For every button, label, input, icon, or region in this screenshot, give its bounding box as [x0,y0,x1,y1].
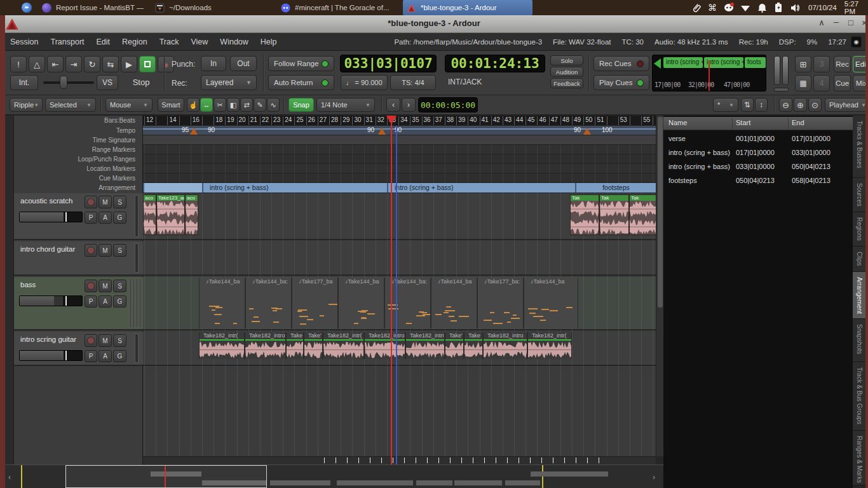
playlist-button[interactable]: P [85,350,97,362]
draw-tool-button[interactable]: ✎ [254,98,266,112]
audio-region[interactable]: Take182_intri [405,332,445,359]
battery-icon[interactable] [770,0,787,15]
taskbar-window-3[interactable]: #minceraft | The Goracle of... [277,0,399,15]
shuttle-thumb[interactable] [60,76,67,89]
page-cue-button[interactable]: Cue [834,75,851,92]
audio-region[interactable]: Take' [445,332,464,359]
taskbar-window-4[interactable]: *blue-tongue-3 - Ardour [403,0,532,15]
stop-button[interactable] [139,56,156,72]
tab-track-bus-groups[interactable]: Track & Bus Groups [853,362,865,431]
arrangement-section[interactable]: intro (scring + bass) [202,183,387,193]
paperclip-icon[interactable] [688,0,704,15]
solo-button[interactable]: S [113,244,126,257]
rec-cues-button[interactable]: Rec Cues [593,56,649,71]
group-button[interactable]: G [113,295,126,308]
punch-in-button[interactable]: In [201,56,226,71]
page-rec-button[interactable]: Rec [834,56,851,72]
range-tool-button[interactable]: ↔ [200,98,213,112]
record-enable-button[interactable] [85,280,97,292]
nudge-clock[interactable]: 00:00:05:00 [418,97,478,112]
playhead-marker-icon[interactable] [386,116,397,125]
marker-filter-dropdown[interactable]: *▼ [713,98,738,112]
play-cues-button[interactable]: Play Cues [593,75,649,90]
tempo-button[interactable]: ♩ = 90.000 [341,75,388,90]
summary-scroll-left-icon[interactable]: ‹ [5,465,14,488]
monitor-int-button[interactable]: Int. [10,75,38,90]
discord-icon[interactable] [721,0,737,15]
midi-region[interactable]: ♪Take177_ba [292,278,338,329]
automation-button[interactable]: A [98,350,112,362]
midi-scroomer[interactable] [136,278,138,328]
audio-region[interactable]: Take' [304,332,323,359]
goto-end-button[interactable]: ⇥ [65,56,82,72]
tab-ranges-marks[interactable]: Ranges & Marks [853,431,865,485]
menu-help[interactable]: Help [261,37,277,46]
punch-out-button[interactable]: Out [230,56,257,71]
tab-clips[interactable]: Clips [853,247,865,272]
audio-region[interactable]: Take182_intr( [323,332,364,359]
zoom-out-button[interactable]: ⊖ [779,98,792,112]
metronome-button[interactable]: △ [29,56,45,72]
transition-roll-button[interactable]: ⇆ [102,56,119,72]
zoom-session-button[interactable]: ⊙ [808,98,822,112]
grab-tool-button[interactable]: ☝ [187,98,200,112]
tempo-marker-icon[interactable] [583,128,591,135]
play-button[interactable]: ▶ [121,56,137,72]
fade-tool-button[interactable]: ◧ [227,98,240,112]
bell-icon[interactable] [754,0,770,15]
track-name[interactable]: intro chord guitar [20,245,75,253]
playlist-button[interactable]: P [85,212,97,224]
tab-sources[interactable]: Sources [853,178,865,212]
column-header-end[interactable]: End [792,119,804,126]
midi-region[interactable]: ♪Take144_ba [524,278,578,329]
solo-button[interactable]: S [113,196,126,208]
rec-mode-dropdown[interactable]: Layered▼ [201,75,257,90]
menu-edit[interactable]: Edit [97,37,111,46]
audio-region[interactable]: aco [143,194,156,235]
loop-button[interactable]: ↻ [84,56,100,72]
solo-button[interactable]: S [113,334,126,347]
midi-panic-button[interactable]: ! [10,56,27,72]
mini-timeline[interactable]: intro (scring +intro (scring + bfoots17|… [652,55,766,92]
taskbar-window-1[interactable]: Report Issue - MantisBT — F... [38,0,147,15]
record-enable-button[interactable] [85,334,97,347]
app-launcher-icon[interactable] [22,3,32,13]
grid-dropdown[interactable]: 1/4 Note▼ [316,98,375,112]
edit-point-dropdown[interactable]: Selected▼ [45,98,96,112]
midi-region[interactable]: ♪Take177_ba: [477,278,524,329]
editor-summary[interactable]: ‹› [5,464,663,488]
summary-scroll-right-icon[interactable]: › [649,465,658,488]
mute-button[interactable]: M [98,244,112,257]
taskbar-window-2[interactable]: ~/Downloads [151,0,272,15]
secondary-clock[interactable]: 00:01:24:13 [445,55,545,72]
status-indicator-button[interactable]: ◉ [851,36,862,48]
mini-marker[interactable]: intro (scring + [663,57,703,68]
primary-clock[interactable]: 033|03|0107 [340,55,437,72]
follow-cues-button[interactable]: ▦ [795,75,811,92]
vertical-scrollbar-thumb[interactable] [658,117,663,308]
stretch-tool-button[interactable]: ⇄ [240,98,253,112]
sync-source-button[interactable]: INT/JACK [448,78,482,86]
midi-region[interactable]: ♪Take144_ba: [245,278,292,329]
track-header-bass[interactable]: bassMSPAG [14,277,143,330]
tab-arrangement[interactable]: Arrangement [853,272,865,319]
mini-marker[interactable]: foots [745,57,766,68]
mute-button[interactable]: M [98,280,112,292]
column-header-start[interactable]: Start [736,119,750,126]
vertical-scrollbar[interactable] [656,116,663,456]
audio-region[interactable]: Tak [570,194,599,235]
playlist-button[interactable]: P [85,295,97,308]
region-list-row[interactable]: footsteps050|04|0213058|04|0213 [663,174,853,188]
record-enable-button[interactable] [85,244,97,257]
gain-fader[interactable] [19,212,83,222]
audio-region[interactable]: Take182_intr( [199,332,245,359]
expand-tracks-button[interactable]: ↕ [755,98,768,112]
aux-3-button[interactable]: 3 [813,56,830,72]
menu-transport[interactable]: Transport [50,37,84,46]
tab-regions[interactable]: Regions [853,212,865,247]
region-list-row[interactable]: intro (scring + bass)033|01|0000050|04|0… [663,160,853,174]
window-shade-button[interactable]: ∧ [815,18,828,30]
audio-region[interactable]: aco [185,194,198,235]
cut-tool-button[interactable]: ✂ [214,98,226,112]
mouse-mode-dropdown[interactable]: Mouse▼ [105,98,153,112]
